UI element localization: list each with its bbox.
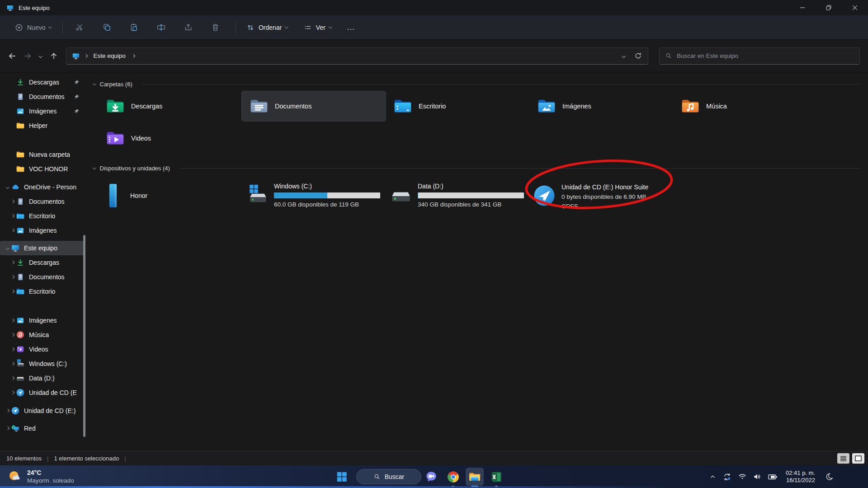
sidebar-item-cd-e-child[interactable]: Unidad de CD (E (0, 385, 84, 400)
taskbar-search-button[interactable]: Buscar (356, 469, 421, 484)
sidebar-item-red[interactable]: Red (0, 421, 84, 436)
chrome-button[interactable] (444, 468, 462, 486)
rename-button[interactable] (152, 19, 170, 36)
chevron-right-icon[interactable] (11, 391, 14, 394)
section-header-carpetas[interactable]: Carpetas (6) (93, 80, 868, 89)
sidebar-item-documentos-pinned[interactable]: Documentos (0, 89, 84, 104)
large-icons-view-button[interactable] (852, 453, 864, 464)
drive-tile-cd-honor-suite[interactable]: Unidad de CD (E:) Honor Suite 0 bytes di… (529, 179, 673, 214)
back-button[interactable] (5, 48, 20, 64)
sidebar-item-onedrive-documentos[interactable]: Documentos (0, 194, 84, 209)
chevron-right-icon[interactable] (11, 319, 14, 322)
battery-icon[interactable] (768, 472, 778, 482)
chevron-right-icon[interactable] (11, 347, 14, 351)
wifi-icon[interactable] (738, 472, 747, 481)
sidebar-item-imagenes[interactable]: Imágenes (0, 313, 84, 328)
paste-button[interactable] (125, 19, 143, 36)
chevron-right-icon[interactable] (6, 427, 9, 430)
drive-tile-honor[interactable]: Honor (98, 179, 242, 214)
close-button[interactable] (842, 0, 868, 15)
sidebar-item-descargas-pinned[interactable]: Descargas (0, 75, 84, 89)
desktop-icon (16, 211, 25, 221)
up-button[interactable] (46, 48, 61, 64)
breadcrumb-este-equipo[interactable]: Este equipo (92, 51, 127, 61)
sidebar-item-cd-e[interactable]: Unidad de CD (E:) (0, 404, 84, 418)
collapse-chevron-icon[interactable] (93, 166, 96, 169)
chevron-right-icon[interactable] (11, 214, 14, 218)
chevron-right-icon[interactable] (11, 275, 14, 279)
chevron-right-icon[interactable] (11, 229, 14, 232)
sidebar-item-voc-honor[interactable]: VOC HONOR (0, 162, 84, 176)
file-explorer-button[interactable] (466, 468, 484, 486)
volume-icon[interactable] (753, 472, 762, 481)
sidebar-item-descargas[interactable]: Descargas (0, 255, 84, 270)
sidebar-item-onedrive[interactable]: OneDrive - Person (0, 180, 84, 194)
view-button[interactable]: Ver (299, 20, 336, 35)
sidebar-item-onedrive-escritorio[interactable]: Escritorio (0, 209, 84, 223)
chevron-right-icon[interactable] (6, 409, 9, 413)
sidebar-item-videos[interactable]: Videos (0, 342, 84, 357)
weather-widget[interactable]: 24°C Mayorm. soleado (7, 465, 74, 488)
folder-tile-documentos[interactable]: Documentos (242, 91, 386, 121)
chevron-right-icon[interactable] (11, 261, 14, 264)
sort-button[interactable]: Ordenar (241, 20, 292, 35)
sidebar-item-imagenes-pinned[interactable]: Imágenes (0, 104, 84, 118)
forward-button[interactable] (20, 48, 35, 64)
folder-tile-videos[interactable]: Videos (98, 123, 242, 153)
chevron-right-icon[interactable] (11, 362, 14, 366)
chevron-right-icon[interactable] (11, 333, 14, 337)
sync-icon[interactable] (722, 472, 732, 482)
delete-button[interactable] (207, 19, 225, 36)
copy-button[interactable] (98, 19, 116, 36)
search-box[interactable] (659, 47, 860, 65)
chevron-down-icon[interactable] (6, 185, 9, 189)
new-button[interactable]: Nuevo (11, 20, 55, 35)
folder-tile-musica[interactable]: Música (673, 91, 817, 121)
folder-tile-escritorio[interactable]: Escritorio (386, 91, 529, 121)
clock[interactable]: 02:41 p. m. 16/11/2022 (786, 469, 815, 484)
sidebar-item-documentos[interactable]: Documentos (0, 270, 84, 284)
drive-tile-windows-c[interactable]: Windows (C:) 60.0 GB disponibles de 119 … (242, 179, 386, 214)
share-button[interactable] (179, 19, 198, 36)
sidebar-item-musica[interactable]: Música (0, 328, 84, 342)
folder-tile-imagenes[interactable]: Imágenes (529, 91, 673, 121)
refresh-icon[interactable] (634, 52, 642, 60)
drive-icon (390, 184, 412, 206)
drive-tile-data-d[interactable]: Data (D:) 340 GB disponibles de 341 GB (386, 179, 529, 214)
maximize-button[interactable] (816, 0, 842, 15)
address-bar[interactable]: Este equipo (66, 47, 648, 65)
address-dropdown-icon[interactable] (622, 54, 625, 58)
start-button[interactable] (333, 468, 351, 486)
document-icon (16, 197, 25, 206)
sidebar-item-windows-c[interactable]: Windows (C:) (0, 357, 84, 371)
more-options-button[interactable]: … (343, 20, 359, 35)
sidebar-item-este-equipo[interactable]: Este equipo (0, 241, 84, 255)
sidebar-item-helper[interactable]: Helper (0, 118, 84, 133)
teams-chat-button[interactable] (422, 468, 440, 486)
minimize-button[interactable] (789, 0, 816, 15)
chevron-right-icon[interactable] (11, 376, 14, 380)
sidebar-item-data-d[interactable]: Data (D:) (0, 371, 84, 385)
breadcrumb-separator (84, 54, 88, 58)
chevron-right-icon[interactable] (11, 290, 14, 293)
hidden-icons-chevron[interactable] (709, 473, 717, 481)
excel-button[interactable] (487, 468, 505, 486)
details-view-button[interactable] (837, 453, 849, 464)
night-mode-moon-icon[interactable] (825, 472, 834, 482)
sidebar-item-escritorio[interactable]: Escritorio (0, 284, 84, 299)
search-input[interactable] (677, 52, 854, 59)
search-icon (373, 473, 381, 480)
section-header-dispositivos[interactable]: Dispositivos y unidades (4) (93, 164, 868, 173)
sidebar-item-nueva-carpeta[interactable]: Nueva carpeta (0, 147, 84, 162)
sidebar-item-onedrive-imagenes[interactable]: Imágenes (0, 223, 84, 238)
cut-button[interactable] (71, 19, 89, 36)
pin-icon (74, 108, 80, 114)
recent-locations-button[interactable] (35, 48, 46, 64)
chevron-right-icon[interactable] (11, 200, 14, 203)
folder-tile-descargas[interactable]: Descargas (98, 91, 242, 121)
folder-icon (16, 164, 25, 174)
collapse-chevron-icon[interactable] (93, 82, 96, 85)
sidebar-scrollbar[interactable] (83, 235, 85, 437)
chevron-down-icon[interactable] (6, 246, 9, 250)
download-icon (16, 258, 25, 267)
